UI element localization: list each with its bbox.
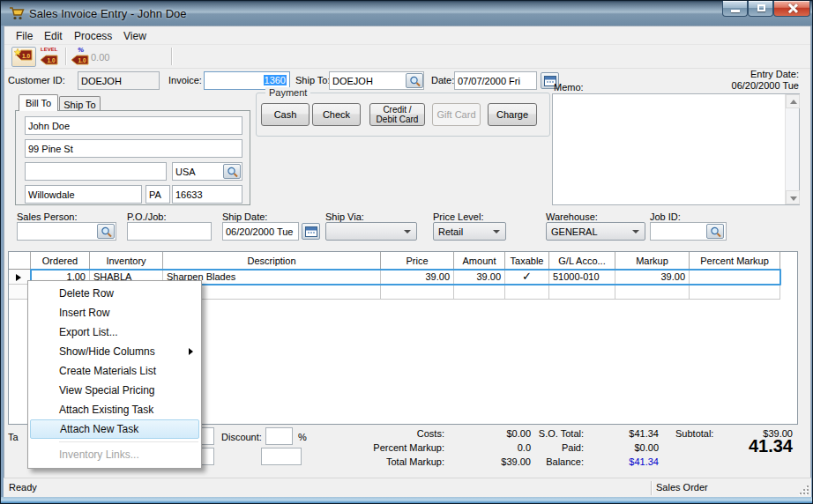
cell-percent-markup[interactable] — [690, 270, 780, 285]
close-button[interactable] — [773, 1, 810, 17]
scroll-down-button[interactable] — [786, 190, 800, 204]
magnifier-icon — [710, 226, 721, 238]
window-border-bottom — [1, 497, 813, 504]
close-icon — [787, 4, 797, 13]
job-id-lookup-button[interactable] — [706, 224, 724, 239]
cell-empty[interactable] — [505, 285, 549, 300]
memo-scrollbar[interactable] — [785, 94, 799, 204]
toolbar-separator-2 — [171, 48, 172, 65]
magnifier-icon — [409, 76, 421, 87]
address-street-field[interactable] — [25, 139, 242, 158]
calendar-icon — [305, 226, 317, 237]
menu-item-create-materials-list[interactable]: Create Materials List — [28, 361, 201, 381]
paid-value: $0.00 — [592, 442, 659, 453]
balance-label: Balance: — [512, 456, 584, 467]
credit-line2: Debit Card — [377, 115, 419, 124]
sales-person-lookup-button[interactable] — [97, 224, 115, 239]
grid-context-menu: Delete Row Insert Row Export List... Sho… — [27, 280, 202, 469]
cell-markup[interactable]: 39.00 — [615, 270, 690, 285]
ship-date-field[interactable] — [222, 222, 299, 241]
window-title: Sales Invoice Entry - John Doe — [29, 7, 186, 20]
chevron-down-icon — [493, 230, 500, 233]
cell-gl-account[interactable]: 51000-010 — [549, 270, 615, 285]
price-level-button[interactable]: LEVEL 1.0 — [38, 47, 62, 67]
price-tag-new-button[interactable]: 1.0 — [11, 47, 36, 67]
price-level-dropdown[interactable]: Retail — [433, 222, 506, 241]
chevron-down-icon — [404, 230, 411, 233]
menu-item-show-hide-columns[interactable]: Show/Hide Columns — [28, 342, 201, 361]
ship-date-calendar-button[interactable] — [302, 223, 320, 240]
menu-item-delete-row[interactable]: Delete Row — [28, 284, 201, 303]
pay-check-button[interactable]: Check — [312, 103, 361, 126]
cell-empty[interactable] — [549, 285, 615, 300]
scroll-up-button[interactable] — [786, 94, 800, 108]
memo-textarea[interactable] — [552, 93, 800, 205]
menu-item-label: Show/Hide Columns — [59, 345, 155, 358]
submenu-arrow-icon — [189, 348, 193, 355]
pay-cash-button[interactable]: Cash — [261, 103, 310, 126]
address-city-field[interactable] — [25, 185, 142, 204]
menu-item-attach-new-task[interactable]: Attach New Task — [30, 419, 199, 439]
menu-view[interactable]: View — [117, 28, 153, 43]
grid-header-amount[interactable]: Amount — [454, 252, 505, 270]
menu-item-insert-row[interactable]: Insert Row — [28, 303, 201, 322]
grid-header-gl-account[interactable]: G/L Acco... — [549, 252, 615, 270]
price-tag-percent-icon: 1.0 — [70, 54, 91, 66]
tab-ship-to[interactable]: Ship To — [59, 96, 101, 111]
warehouse-dropdown[interactable]: GENERAL — [546, 222, 645, 241]
percent-markup-label: Percent Markup: — [354, 442, 444, 453]
cell-empty[interactable] — [690, 285, 780, 300]
ship-via-dropdown[interactable] — [325, 222, 417, 241]
menu-item-export-list[interactable]: Export List... — [28, 322, 201, 342]
pay-credit-debit-button[interactable]: Credit / Debit Card — [369, 103, 425, 126]
maximize-button[interactable] — [748, 1, 773, 17]
customer-id-field[interactable] — [78, 71, 160, 90]
percent-price-button[interactable]: % 1.0 — [69, 47, 93, 67]
memo-label: Memo: — [554, 82, 584, 93]
grid-header-selector[interactable] — [9, 252, 31, 270]
customer-id-label: Customer ID: — [8, 75, 65, 85]
cell-empty[interactable] — [454, 285, 505, 300]
address-state-field[interactable] — [145, 185, 170, 204]
menu-file[interactable]: File — [10, 28, 39, 43]
menu-edit[interactable]: Edit — [38, 28, 69, 43]
discount-field[interactable] — [265, 427, 293, 445]
ship-to-lookup-button[interactable] — [406, 73, 423, 88]
resize-grip[interactable] — [798, 484, 809, 494]
discount-amount-field[interactable] — [261, 448, 302, 465]
pay-charge-button[interactable]: Charge — [488, 103, 537, 126]
tab-bill-to[interactable]: Bill To — [19, 94, 58, 111]
address-line3-field[interactable] — [25, 162, 167, 181]
menu-item-inventory-links: Inventory Links... — [28, 445, 201, 464]
cell-empty[interactable] — [381, 285, 454, 300]
grid-header-percent-markup[interactable]: Percent Markup — [690, 252, 780, 270]
address-zip-field[interactable] — [172, 185, 242, 204]
grid-header-ordered[interactable]: Ordered — [31, 252, 90, 270]
grid-header-taxable[interactable]: Taxable — [505, 252, 549, 270]
grid-header-inventory[interactable]: Inventory — [90, 252, 163, 270]
country-lookup-button[interactable] — [223, 164, 241, 179]
minimize-button[interactable] — [722, 1, 748, 17]
cell-empty[interactable] — [615, 285, 690, 300]
address-name-field[interactable] — [25, 116, 242, 135]
cell-price[interactable]: 39.00 — [381, 270, 454, 285]
po-job-field[interactable] — [127, 222, 212, 241]
grid-header-description[interactable]: Description — [163, 252, 381, 270]
so-total-label: S.O. Total: — [512, 428, 584, 439]
svg-text:1.0: 1.0 — [78, 57, 86, 63]
grid-header-markup[interactable]: Markup — [615, 252, 690, 270]
menu-item-view-special-pricing[interactable]: View Special Pricing — [28, 381, 201, 400]
title-bar[interactable]: Sales Invoice Entry - John Doe — [1, 1, 813, 26]
cell-taxable-checkmark[interactable]: ✓ — [505, 270, 549, 285]
entry-date-label: Entry Date: — [658, 69, 799, 79]
menu-process[interactable]: Process — [68, 28, 118, 43]
toolbar-price-field[interactable]: 0.00 — [91, 49, 167, 65]
current-row-arrow-icon — [16, 274, 21, 281]
menu-item-attach-existing-task[interactable]: Attach Existing Task — [28, 400, 201, 419]
level-text: LEVEL — [41, 47, 57, 52]
cell-amount[interactable]: 39.00 — [454, 270, 505, 285]
grid-header-price[interactable]: Price — [381, 252, 454, 270]
toolbar: 1.0 LEVEL 1.0 % 1.0 0.00 — [4, 45, 810, 69]
sales-person-label: Sales Person: — [17, 211, 77, 222]
date-field[interactable] — [454, 71, 537, 90]
